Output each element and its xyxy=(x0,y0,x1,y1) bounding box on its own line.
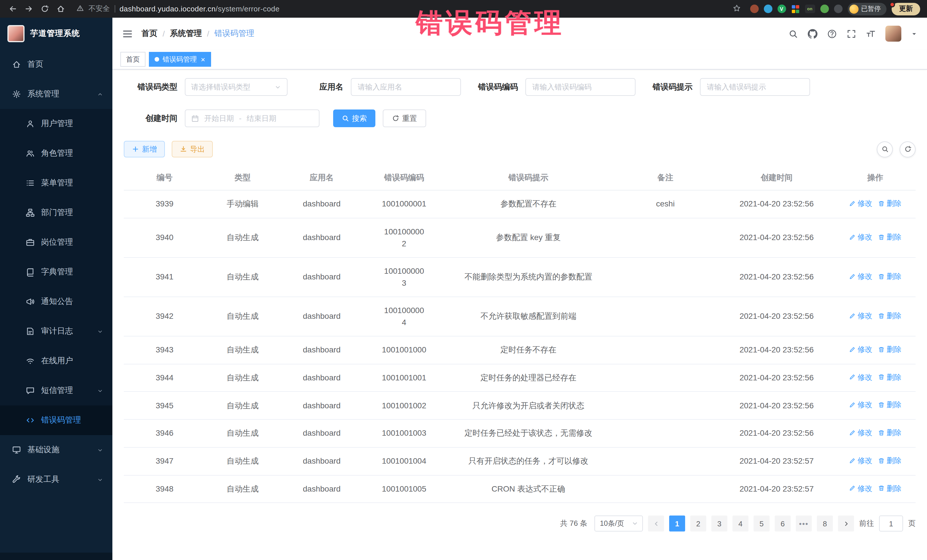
export-button[interactable]: 导出 xyxy=(172,141,213,157)
sidebar-item[interactable]: 角色管理 xyxy=(0,138,112,168)
tab-home[interactable]: 首页 xyxy=(120,52,146,67)
cell: 2021-04-20 23:52:56 xyxy=(719,258,835,297)
profile-paused-badge[interactable]: 已暂停 xyxy=(847,3,886,15)
add-button[interactable]: 新增 xyxy=(124,141,165,157)
sidebar-item[interactable]: 岗位管理 xyxy=(0,228,112,257)
github-icon[interactable] xyxy=(808,29,818,38)
edit-link[interactable]: 修改 xyxy=(849,483,872,494)
page-button-8[interactable]: 8 xyxy=(817,516,833,532)
page-button-4[interactable]: 4 xyxy=(732,516,748,532)
edit-link[interactable]: 修改 xyxy=(849,344,872,355)
edit-link[interactable]: 修改 xyxy=(849,198,872,209)
breadcrumb-system[interactable]: 系统管理 xyxy=(170,29,202,39)
delete-link[interactable]: 删除 xyxy=(878,310,901,321)
edit-link[interactable]: 修改 xyxy=(849,427,872,438)
edit-link[interactable]: 修改 xyxy=(849,310,872,321)
sidebar-item[interactable]: 系统管理 xyxy=(0,79,112,109)
font-size-icon[interactable] xyxy=(866,29,876,38)
browser-update-button[interactable]: 更新 xyxy=(892,3,920,15)
sidebar-item[interactable]: 审计日志 xyxy=(0,317,112,346)
delete-link[interactable]: 删除 xyxy=(878,232,901,243)
app-name-input[interactable] xyxy=(351,78,461,96)
app-logo[interactable]: 芋道管理系统 xyxy=(0,18,112,50)
bookmark-star-icon[interactable] xyxy=(732,4,741,14)
sidebar-item[interactable]: 通知公告 xyxy=(0,287,112,317)
extension-on-icon[interactable]: on xyxy=(805,5,815,13)
sidebar-item[interactable]: 用户管理 xyxy=(0,109,112,138)
page-button-3[interactable]: 3 xyxy=(711,516,727,532)
annotation-title: 错误码管理 xyxy=(416,5,564,41)
delete-link[interactable]: 删除 xyxy=(878,427,901,438)
user-avatar[interactable] xyxy=(885,26,901,42)
sidebar-item[interactable]: 部门管理 xyxy=(0,198,112,228)
delete-link[interactable]: 删除 xyxy=(878,198,901,209)
edit-label: 修改 xyxy=(857,198,872,209)
error-code-input[interactable] xyxy=(526,78,635,96)
delete-link[interactable]: 删除 xyxy=(878,483,901,494)
cell: 3941 xyxy=(124,258,205,297)
page-ellipsis[interactable]: ••• xyxy=(796,516,812,532)
fullscreen-icon[interactable] xyxy=(846,29,856,38)
prev-page-button[interactable] xyxy=(648,516,664,532)
security-label[interactable]: 不安全 xyxy=(88,4,110,14)
delete-link[interactable]: 删除 xyxy=(878,271,901,282)
browser-reload-icon[interactable] xyxy=(38,2,51,16)
edit-link[interactable]: 修改 xyxy=(849,372,872,382)
row-actions: 修改删除 xyxy=(835,364,916,392)
edit-link[interactable]: 修改 xyxy=(849,455,872,466)
error-type-select[interactable]: 请选择错误码类型 xyxy=(185,78,287,96)
page-button-1[interactable]: 1 xyxy=(669,516,685,532)
search-icon[interactable] xyxy=(789,29,798,38)
header-actions xyxy=(789,26,917,42)
edit-label: 修改 xyxy=(857,455,872,466)
reset-button[interactable]: 重置 xyxy=(383,109,426,127)
delete-link[interactable]: 删除 xyxy=(878,455,901,466)
page-button-6[interactable]: 6 xyxy=(775,516,791,532)
sidebar-item[interactable]: 短信管理 xyxy=(0,376,112,405)
goto-page-input[interactable] xyxy=(879,516,903,532)
error-msg-input[interactable] xyxy=(700,78,810,96)
delete-link[interactable]: 删除 xyxy=(878,399,901,411)
page-button-5[interactable]: 5 xyxy=(754,516,769,532)
extension-grid-icon[interactable] xyxy=(791,5,799,13)
toolbar-refresh-icon[interactable] xyxy=(900,141,916,157)
sidebar-item[interactable]: 基础设施 xyxy=(0,435,112,465)
tab-error-code[interactable]: 错误码管理× xyxy=(149,52,211,67)
sidebar-item[interactable]: 错误码管理 xyxy=(0,405,112,435)
edit-link[interactable]: 修改 xyxy=(849,271,872,282)
help-icon[interactable] xyxy=(827,29,837,38)
delete-link[interactable]: 删除 xyxy=(878,344,901,355)
puzzle-icon[interactable] xyxy=(834,5,842,13)
url-text[interactable]: dashboard.yudao.iocoder.cn/system/error-… xyxy=(120,5,280,13)
table-row: 3940自动生成dashboard100100000 2参数配置 key 重复2… xyxy=(124,218,916,258)
cell: CRON 表达式不正确 xyxy=(444,475,612,503)
browser-forward-icon[interactable] xyxy=(22,2,35,16)
page-button-2[interactable]: 2 xyxy=(690,516,706,532)
extension-icon[interactable] xyxy=(750,5,758,13)
extension-icon[interactable] xyxy=(820,5,828,13)
chevron-down-icon xyxy=(97,477,103,483)
search-button[interactable]: 搜索 xyxy=(333,109,375,127)
browser-back-icon[interactable] xyxy=(6,2,20,16)
next-page-button[interactable] xyxy=(838,516,854,532)
extension-icon[interactable] xyxy=(764,5,772,13)
toolbar-search-icon[interactable] xyxy=(877,141,893,157)
notification-dot xyxy=(889,2,895,7)
page-size-select[interactable]: 10条/页 xyxy=(594,516,643,532)
edit-link[interactable]: 修改 xyxy=(849,232,872,243)
sidebar-item[interactable]: 字典管理 xyxy=(0,257,112,287)
sidebar-item[interactable]: 研发工具 xyxy=(0,465,112,495)
date-range-picker[interactable]: 开始日期 - 结束日期 xyxy=(185,109,319,127)
close-icon[interactable]: × xyxy=(201,56,205,63)
browser-home-icon[interactable] xyxy=(54,2,67,16)
sidebar-item[interactable]: 在线用户 xyxy=(0,346,112,376)
hamburger-icon[interactable] xyxy=(122,28,133,39)
sidebar-item[interactable]: 首页 xyxy=(0,50,112,79)
edit-link[interactable]: 修改 xyxy=(849,399,872,411)
address-bar[interactable]: 不安全 dashboard.yudao.iocoder.cn/system/er… xyxy=(70,1,748,17)
delete-link[interactable]: 删除 xyxy=(878,372,901,382)
sidebar-item[interactable]: 菜单管理 xyxy=(0,168,112,198)
breadcrumb-home[interactable]: 首页 xyxy=(141,29,158,39)
caret-down-icon[interactable] xyxy=(911,30,917,37)
extension-icon[interactable]: V xyxy=(777,5,786,13)
